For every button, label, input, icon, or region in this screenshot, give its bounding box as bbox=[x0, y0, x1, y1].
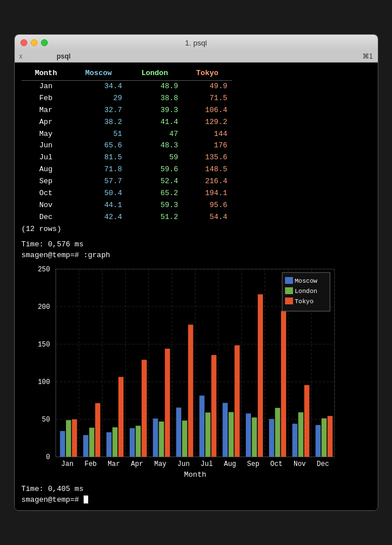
bar-chart: 0 50 100 150 200 250 JanFebMarAprMayJunJ… bbox=[22, 263, 371, 480]
tab-name[interactable]: psql bbox=[57, 52, 71, 60]
bar-moscow bbox=[292, 424, 297, 457]
x-label: Jun bbox=[177, 460, 189, 468]
chart-svg: 0 50 100 150 200 250 JanFebMarAprMayJunJ… bbox=[22, 263, 352, 480]
table-row: Jul81.559135.6 bbox=[22, 152, 232, 164]
close-button[interactable] bbox=[20, 39, 27, 46]
x-label: Mar bbox=[108, 460, 120, 468]
bar-london bbox=[135, 426, 141, 457]
x-label: Oct bbox=[270, 460, 283, 468]
prompt-line-2: smagen@temp=# bbox=[22, 495, 371, 506]
y-label-250: 250 bbox=[38, 266, 50, 274]
legend-london-swatch bbox=[285, 287, 293, 294]
row-count: (12 rows) bbox=[22, 224, 371, 235]
bar-moscow bbox=[60, 431, 65, 456]
prompt-line-1: smagen@temp=# :graph bbox=[22, 250, 371, 261]
table-row: Aug71.859.6148.5 bbox=[22, 164, 232, 176]
bar-london bbox=[228, 412, 233, 457]
bar-tokyo bbox=[258, 294, 263, 457]
tab-close-icon[interactable]: x bbox=[19, 52, 23, 60]
bar-tokyo bbox=[304, 385, 309, 457]
x-label: Aug bbox=[224, 460, 236, 468]
bar-london bbox=[275, 408, 280, 457]
bottom-lines: Time: 0,405 ms smagen@temp=# bbox=[22, 484, 371, 506]
x-label: Sep bbox=[247, 460, 259, 468]
maximize-button[interactable] bbox=[41, 39, 48, 46]
col-month: Month bbox=[22, 67, 71, 80]
bar-moscow bbox=[199, 395, 204, 457]
terminal-window: 1. psql x psql ⌘1 Month Moscow London To… bbox=[14, 34, 378, 510]
cursor bbox=[84, 496, 88, 503]
legend-moscow-swatch bbox=[285, 277, 293, 284]
y-label-0: 0 bbox=[46, 453, 49, 461]
x-label: Nov bbox=[293, 460, 306, 468]
x-label: May bbox=[154, 460, 166, 468]
bar-london bbox=[321, 418, 327, 457]
bar-tokyo bbox=[72, 419, 77, 457]
table-row: Oct50.465.2194.1 bbox=[22, 188, 232, 200]
bar-london bbox=[89, 428, 94, 457]
window-title: 1. psql bbox=[185, 39, 207, 47]
bar-moscow bbox=[246, 414, 251, 457]
bar-tokyo bbox=[234, 345, 240, 457]
col-london: London bbox=[126, 67, 183, 80]
legend-london-label: London bbox=[295, 288, 317, 295]
x-label: Jan bbox=[61, 460, 73, 468]
bar-london bbox=[205, 412, 210, 457]
table-header-row: Month Moscow London Tokyo bbox=[22, 67, 232, 80]
minimize-button[interactable] bbox=[31, 39, 38, 46]
col-moscow: Moscow bbox=[71, 67, 127, 80]
table-row: Feb2938.871.5 bbox=[22, 93, 232, 105]
legend-tokyo-swatch bbox=[285, 298, 293, 304]
terminal-content: Month Moscow London Tokyo Jan34.448.949.… bbox=[15, 63, 378, 510]
bar-tokyo bbox=[188, 325, 193, 457]
y-label-50: 50 bbox=[42, 416, 49, 424]
y-label-150: 150 bbox=[38, 341, 50, 349]
data-table: Month Moscow London Tokyo Jan34.448.949.… bbox=[22, 67, 371, 235]
bar-moscow bbox=[315, 425, 320, 457]
bar-tokyo bbox=[327, 416, 332, 457]
bar-london bbox=[65, 420, 71, 457]
y-label-100: 100 bbox=[38, 378, 50, 386]
x-label: Jul bbox=[200, 460, 213, 468]
x-axis-title: Month bbox=[184, 470, 206, 479]
bar-london bbox=[298, 412, 303, 457]
table-row: Jun65.648.3176 bbox=[22, 140, 232, 152]
bar-moscow bbox=[83, 435, 88, 457]
x-label: Apr bbox=[131, 460, 143, 468]
time-line-2: Time: 0,405 ms bbox=[22, 484, 371, 495]
table-row: Mar32.739.3106.4 bbox=[22, 105, 232, 117]
table-row: Jan34.448.949.9 bbox=[22, 81, 232, 93]
tab-bar: x psql ⌘1 bbox=[15, 51, 378, 63]
traffic-lights bbox=[20, 39, 48, 46]
table-row: Dec42.451.254.4 bbox=[22, 212, 232, 224]
time-line-1: Time: 0,576 ms bbox=[22, 240, 371, 250]
bar-tokyo bbox=[118, 377, 123, 456]
table-row: Sep57.752.4216.4 bbox=[22, 176, 232, 188]
bar-tokyo bbox=[141, 360, 146, 457]
bar-tokyo bbox=[280, 311, 286, 457]
bar-moscow bbox=[106, 432, 112, 457]
bar-london bbox=[112, 427, 117, 457]
table-row: Nov44.159.395.6 bbox=[22, 200, 232, 212]
x-label: Dec bbox=[316, 460, 329, 468]
bar-tokyo bbox=[211, 355, 216, 457]
bar-moscow bbox=[176, 407, 181, 457]
bar-tokyo bbox=[95, 403, 100, 457]
legend-moscow-label: Moscow bbox=[295, 278, 317, 284]
titlebar: 1. psql bbox=[15, 35, 378, 51]
bar-london bbox=[182, 420, 187, 457]
tab-shortcut: ⌘1 bbox=[362, 52, 373, 60]
legend-tokyo-label: Tokyo bbox=[295, 298, 313, 305]
bar-moscow bbox=[129, 428, 134, 456]
bar-london bbox=[251, 418, 257, 457]
y-label-200: 200 bbox=[38, 303, 50, 311]
x-label: Feb bbox=[84, 460, 97, 468]
bar-london bbox=[159, 422, 164, 457]
table-row: May5147144 bbox=[22, 129, 232, 141]
table-row: Apr38.241.4129.2 bbox=[22, 117, 232, 129]
bar-tokyo bbox=[164, 349, 170, 457]
bar-moscow bbox=[222, 403, 228, 457]
x-axis-labels: JanFebMarAprMayJunJulAugSepOctNovDec bbox=[61, 460, 329, 468]
col-tokyo: Tokyo bbox=[183, 67, 232, 80]
bar-moscow bbox=[152, 419, 158, 457]
